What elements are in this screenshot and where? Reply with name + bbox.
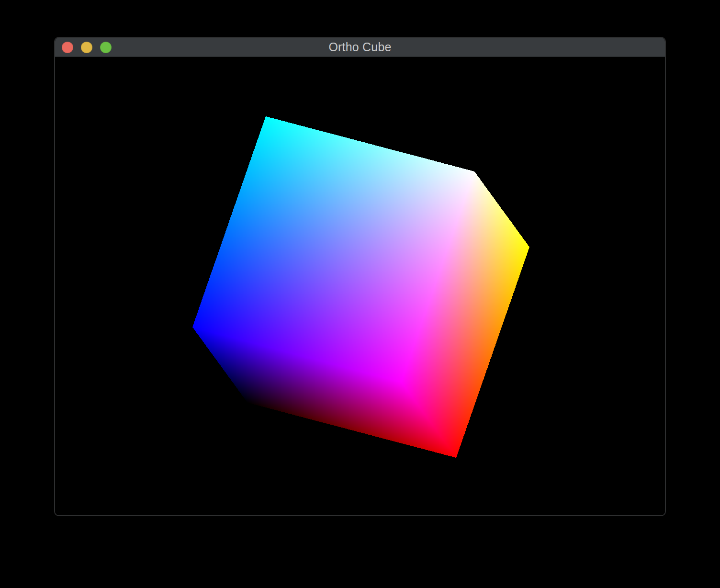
traffic-lights (62, 38, 112, 57)
minimize-button[interactable] (81, 42, 92, 53)
desktop-background: Ortho Cube (0, 0, 720, 588)
close-button[interactable] (62, 42, 73, 53)
window-title: Ortho Cube (328, 40, 391, 54)
window-titlebar[interactable]: Ortho Cube (55, 38, 665, 57)
gl-viewport (55, 57, 665, 515)
zoom-button[interactable] (100, 42, 112, 53)
app-window: Ortho Cube (54, 37, 666, 516)
